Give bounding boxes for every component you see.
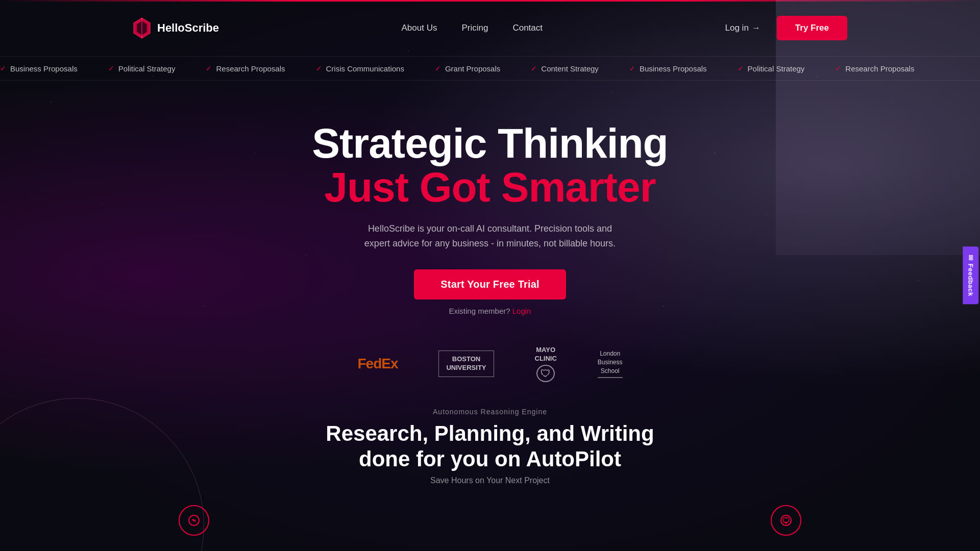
- ticker-label: Political Strategy: [118, 64, 176, 73]
- bottom-icons: [0, 505, 980, 536]
- ticker-item: ✓ Grant Proposals: [435, 64, 500, 73]
- logo-icon: [133, 17, 151, 39]
- section-subtitle: Save Hours on Your Next Project: [0, 476, 980, 485]
- section-tag: Autonomous Reasoning Engine: [0, 408, 980, 416]
- brand-name: HelloScribe: [157, 21, 219, 35]
- check-icon: ✓: [0, 64, 6, 72]
- svg-point-5: [781, 515, 791, 525]
- check-icon: ✓: [206, 64, 212, 72]
- ticker-label: Political Strategy: [748, 64, 805, 73]
- ticker-label: Crisis Communications: [326, 64, 404, 73]
- section-title: Research, Planning, and Writing done for…: [0, 421, 980, 472]
- check-icon: ✓: [835, 64, 841, 72]
- lightbulb-icon-circle: [771, 505, 801, 536]
- ticker-item: ✓ Political Strategy: [108, 64, 176, 73]
- hero-title-line2: Just Got Smarter: [0, 165, 980, 209]
- ticker-item: ✓ Crisis Communications: [316, 64, 404, 73]
- existing-login-link[interactable]: Login: [512, 307, 531, 315]
- london-business-logo: LondonBusinessSchool: [598, 349, 623, 378]
- ticker-label: Business Proposals: [640, 64, 707, 73]
- logo[interactable]: HelloScribe: [133, 17, 219, 39]
- login-button[interactable]: Log in →: [725, 23, 761, 33]
- nav-right: Log in → Try Free: [725, 16, 847, 40]
- ticker-item: ✓ Business Proposals: [629, 64, 707, 73]
- existing-member-text: Existing member? Login: [0, 307, 980, 315]
- hero-subtitle: HelloScribe is your on-call AI consultan…: [357, 221, 623, 251]
- hero-section: Strategic Thinking Just Got Smarter Hell…: [0, 81, 980, 315]
- ticker-label: Business Proposals: [10, 64, 78, 73]
- ticker-item: ✓ Research Proposals: [835, 64, 914, 73]
- fedex-logo: FedEx: [357, 356, 398, 372]
- feedback-label: Feedback: [967, 264, 974, 296]
- check-icon: ✓: [435, 64, 441, 72]
- check-icon: ✓: [738, 64, 744, 72]
- mayo-clinic-logo: MAYO CLINIC 🛡: [535, 346, 557, 382]
- brain-icon-circle: [179, 505, 209, 536]
- ticker-bar: ✓ Business Proposals ✓ Political Strateg…: [0, 56, 980, 81]
- navbar: HelloScribe About Us Pricing Contact Log…: [0, 0, 980, 56]
- ticker-label: Research Proposals: [845, 64, 914, 73]
- trust-logos: FedEx BOSTONUNIVERSITY MAYO CLINIC 🛡 Lon…: [0, 346, 980, 382]
- ticker-label: Grant Proposals: [445, 64, 500, 73]
- hero-title-line1: Strategic Thinking: [0, 121, 980, 165]
- lightbulb-icon: [779, 513, 793, 528]
- cta-button[interactable]: Start Your Free Trial: [414, 269, 566, 299]
- ticker-label: Content Strategy: [541, 64, 599, 73]
- nav-about[interactable]: About Us: [402, 23, 437, 33]
- boston-university-logo: BOSTONUNIVERSITY: [438, 350, 494, 377]
- svg-point-4: [193, 519, 195, 521]
- ticker-item: ✓ Research Proposals: [206, 64, 285, 73]
- ticker-label: Research Proposals: [216, 64, 285, 73]
- brain-icon: [187, 513, 201, 528]
- arrow-icon: →: [752, 23, 761, 33]
- nav-links: About Us Pricing Contact: [402, 23, 543, 33]
- check-icon: ✓: [108, 64, 114, 72]
- nav-pricing[interactable]: Pricing: [461, 23, 488, 33]
- ticker-item: ✓ Business Proposals: [0, 64, 78, 73]
- autopilot-section: Autonomous Reasoning Engine Research, Pl…: [0, 408, 980, 486]
- check-icon: ✓: [531, 64, 537, 72]
- feedback-tab[interactable]: ✉ Feedback: [963, 246, 978, 304]
- feedback-mail-icon: ✉: [967, 255, 974, 261]
- ticker-item: ✓ Political Strategy: [738, 64, 805, 73]
- ticker-content: ✓ Business Proposals ✓ Political Strateg…: [0, 64, 914, 73]
- try-free-button[interactable]: Try Free: [777, 16, 847, 40]
- ticker-item: ✓ Content Strategy: [531, 64, 599, 73]
- nav-contact[interactable]: Contact: [512, 23, 543, 33]
- check-icon: ✓: [629, 64, 635, 72]
- check-icon: ✓: [316, 64, 322, 72]
